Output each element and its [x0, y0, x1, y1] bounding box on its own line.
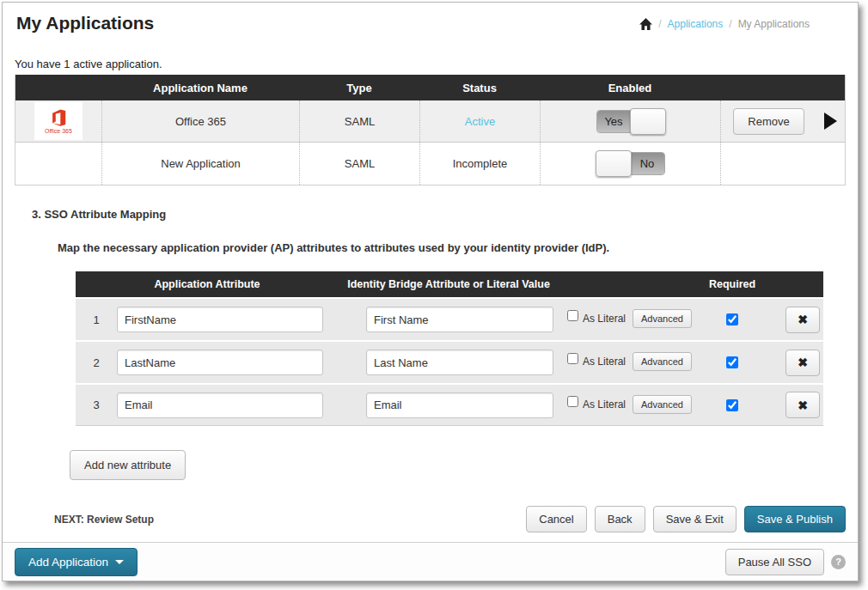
as-literal-label: As Literal	[583, 398, 626, 411]
breadcrumb: / Applications / My Applications	[639, 18, 810, 30]
enabled-toggle[interactable]: Yes	[596, 110, 665, 133]
attribute-mapping-table: Application Attribute Identity Bridge At…	[76, 271, 823, 426]
next-step-label: NEXT: Review Setup	[54, 514, 154, 526]
delete-attribute-button[interactable]: ✖	[785, 307, 820, 333]
column-application-name: Application Name	[101, 82, 299, 94]
help-icon[interactable]: ?	[831, 555, 846, 569]
add-application-button[interactable]: Add Application	[15, 548, 138, 576]
applications-table: Application Name Type Status Enabled Off…	[15, 75, 846, 186]
office-365-logo-icon: Office 365	[34, 102, 83, 140]
active-application-summary: You have 1 active application.	[15, 58, 846, 70]
delete-attribute-button[interactable]: ✖	[785, 350, 820, 376]
column-application-attribute: Application Attribute	[76, 278, 339, 290]
advanced-button[interactable]: Advanced	[633, 352, 692, 371]
application-attribute-input[interactable]	[117, 392, 323, 418]
save-publish-button[interactable]: Save & Publish	[744, 506, 846, 532]
as-literal-label: As Literal	[583, 356, 626, 368]
app-window: My Applications / Applications / My Appl…	[2, 2, 859, 581]
identity-bridge-attribute-input[interactable]	[366, 350, 553, 375]
mapping-instruction: Map the necessary application provider (…	[58, 241, 846, 254]
save-exit-button[interactable]: Save & Exit	[653, 506, 737, 532]
footer-bar: Add Application Pause All SSO ?	[3, 542, 858, 581]
column-enabled: Enabled	[540, 82, 720, 94]
page-title: My Applications	[16, 13, 154, 33]
breadcrumb-separator: /	[658, 18, 661, 30]
as-literal-checkbox[interactable]	[567, 396, 578, 407]
breadcrumb-link-applications[interactable]: Applications	[668, 18, 724, 30]
attribute-row-3: 3 As Literal Advanced ✖	[76, 385, 823, 426]
as-literal-checkbox[interactable]	[567, 310, 578, 321]
required-checkbox[interactable]	[726, 313, 738, 325]
page-header: My Applications / Applications / My Appl…	[3, 3, 858, 33]
home-icon[interactable]	[639, 18, 652, 30]
caret-down-icon	[115, 560, 124, 564]
enabled-toggle[interactable]: No	[596, 152, 665, 175]
application-row-office365: Office 365 Office 365 SAML Active Yes Re…	[15, 100, 845, 143]
application-status: Active	[419, 100, 540, 142]
column-identity-bridge-attribute: Identity Bridge Attribute or Literal Val…	[339, 278, 559, 290]
toggle-state-label: No	[631, 153, 664, 174]
column-status: Status	[419, 82, 540, 94]
applications-table-header: Application Name Type Status Enabled	[15, 75, 845, 100]
expand-row-icon[interactable]	[824, 113, 837, 130]
action-row: NEXT: Review Setup Cancel Back Save & Ex…	[15, 506, 846, 532]
add-application-label: Add Application	[28, 556, 108, 569]
delete-attribute-button[interactable]: ✖	[785, 392, 820, 418]
application-attribute-input[interactable]	[117, 307, 323, 332]
identity-bridge-attribute-input[interactable]	[366, 392, 553, 418]
as-literal-checkbox[interactable]	[567, 353, 578, 364]
required-checkbox[interactable]	[726, 356, 738, 368]
toggle-state-label: Yes	[597, 111, 631, 132]
application-attribute-input[interactable]	[117, 350, 323, 375]
back-button[interactable]: Back	[595, 506, 645, 532]
add-new-attribute-button[interactable]: Add new attribute	[70, 450, 186, 480]
required-checkbox[interactable]	[726, 399, 738, 411]
row-number: 3	[76, 398, 117, 411]
advanced-button[interactable]: Advanced	[633, 309, 692, 328]
row-number: 2	[76, 356, 117, 369]
attribute-row-1: 1 As Literal Advanced ✖	[76, 299, 823, 340]
attribute-table-header: Application Attribute Identity Bridge At…	[76, 271, 823, 297]
application-name: Office 365	[101, 100, 299, 142]
as-literal-label: As Literal	[583, 313, 626, 325]
column-type: Type	[299, 82, 419, 94]
application-type: SAML	[299, 100, 419, 142]
column-required: Required	[694, 278, 770, 290]
breadcrumb-current: My Applications	[738, 18, 810, 30]
breadcrumb-separator: /	[729, 18, 731, 30]
attribute-row-2: 2 As Literal Advanced ✖	[76, 342, 823, 383]
toggle-handle[interactable]	[596, 150, 632, 177]
cancel-button[interactable]: Cancel	[526, 506, 586, 532]
advanced-button[interactable]: Advanced	[633, 395, 692, 414]
identity-bridge-attribute-input[interactable]	[366, 307, 553, 332]
section-heading: 3. SSO Attribute Mapping	[32, 208, 846, 221]
toggle-handle[interactable]	[630, 108, 666, 135]
pause-all-sso-button[interactable]: Pause All SSO	[725, 549, 824, 575]
remove-button[interactable]: Remove	[733, 108, 804, 135]
row-number: 1	[76, 313, 117, 326]
application-row-new: New Application SAML Incomplete No	[15, 143, 845, 185]
application-name: New Application	[101, 143, 299, 185]
office-365-logo-caption: Office 365	[45, 128, 72, 134]
application-type: SAML	[299, 143, 419, 185]
application-status: Incomplete	[419, 143, 540, 185]
